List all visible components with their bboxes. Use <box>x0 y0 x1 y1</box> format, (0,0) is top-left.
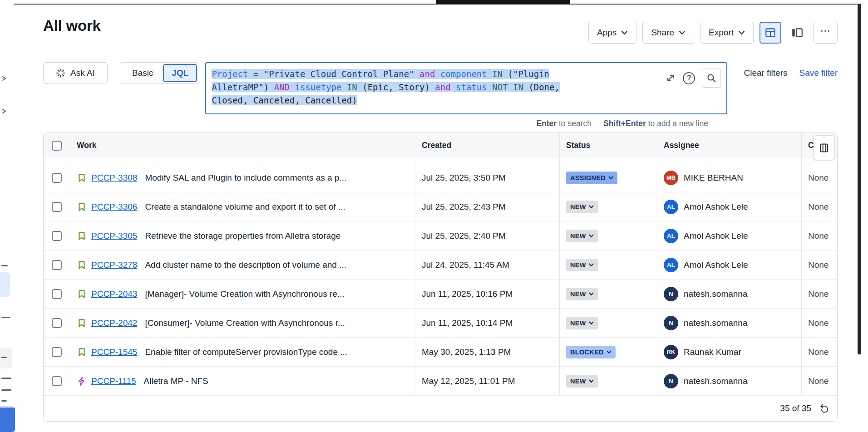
configure-columns-button[interactable] <box>814 135 834 160</box>
issue-summary[interactable]: [Manager]- Volume Creation with Asynchro… <box>145 289 344 299</box>
row-checkbox[interactable] <box>52 376 62 386</box>
syntax-help-icon[interactable]: ? <box>683 72 695 84</box>
status-badge[interactable]: ASSIGNED <box>566 172 617 184</box>
chevron-right-icon[interactable] <box>1 108 7 114</box>
issue-key-link[interactable]: PCCP-3278 <box>91 260 137 270</box>
status-badge[interactable]: NEW <box>566 317 598 329</box>
extra-cell-value: None <box>808 231 829 241</box>
row-checkbox[interactable] <box>52 318 62 328</box>
issue-summary[interactable]: Enable filter of computeServer provision… <box>145 347 347 357</box>
status-label: NEW <box>570 378 586 385</box>
view-detail-toggle[interactable] <box>787 22 807 44</box>
share-button[interactable]: Share <box>642 22 694 44</box>
sidebar-item-hovered[interactable] <box>0 348 12 368</box>
table-row: PCCP-3306 Create a standalone volume and… <box>44 192 837 221</box>
extra-cell-value: None <box>808 173 829 183</box>
issue-key-link[interactable]: PCCP-2043 <box>91 289 137 299</box>
row-checkbox[interactable] <box>52 173 62 183</box>
ask-ai-button[interactable]: Ask AI <box>43 62 108 84</box>
issue-summary[interactable]: Create a standalone volume and export it… <box>145 202 345 212</box>
row-checkbox[interactable] <box>52 202 62 212</box>
issue-key-link[interactable]: PCCP-3305 <box>91 231 137 241</box>
jql-editor[interactable]: Project = "Private Cloud Control Plane" … <box>205 62 727 114</box>
sidebar-item-selected[interactable] <box>0 272 10 297</box>
status-label: NEW <box>570 203 586 211</box>
status-label: ASSIGNED <box>570 174 606 182</box>
issue-summary[interactable]: Add cluster name to the description of v… <box>145 260 346 270</box>
status-label: NEW <box>570 290 586 298</box>
table-row: PCCP-2042 [Consumer]- Volume Creation wi… <box>44 309 837 338</box>
avatar[interactable]: RK <box>664 345 678 359</box>
avatar[interactable]: AL <box>664 229 678 243</box>
header-checkbox-cell <box>44 133 70 158</box>
extra-cell: None <box>801 192 837 221</box>
status-badge[interactable]: NEW <box>566 259 598 271</box>
share-button-label: Share <box>651 28 674 38</box>
status-badge[interactable]: BLOCKED <box>566 346 616 358</box>
assignee-cell: N natesh.somanna <box>657 280 801 308</box>
extra-cell-value: None <box>808 318 829 328</box>
issue-key-link[interactable]: PCCP-3308 <box>91 173 137 183</box>
status-badge[interactable]: NEW <box>566 230 598 242</box>
run-search-button[interactable] <box>702 69 721 88</box>
work-cell: PCCP-2043 [Manager]- Volume Creation wit… <box>70 280 415 308</box>
hint-enter-text: to search <box>557 119 592 128</box>
more-options-button[interactable]: ⋯ <box>813 22 838 44</box>
chevron-right-icon[interactable] <box>1 75 7 82</box>
issue-summary[interactable]: Retrieve the storage properties from All… <box>145 231 340 241</box>
created-cell: Jul 25, 2025, 3:50 PM <box>415 163 559 192</box>
row-checkbox-cell <box>44 280 70 308</box>
extra-cell: None <box>801 338 837 366</box>
issue-summary[interactable]: [Consumer]- Volume Creation with Asynchr… <box>145 318 345 328</box>
issue-summary[interactable]: Modify SAL and Plugin to include comment… <box>145 173 346 183</box>
assignee-cell: RK Raunak Kumar <box>657 338 801 366</box>
row-checkbox[interactable] <box>52 260 62 270</box>
expand-icon[interactable] <box>665 73 676 83</box>
search-icon <box>706 73 716 83</box>
columns-icon <box>819 142 829 153</box>
header-actions: Apps Share Export ⋯ <box>588 22 838 44</box>
side-panel-view-icon <box>791 27 804 39</box>
avatar[interactable]: N <box>664 287 678 301</box>
apps-button[interactable]: Apps <box>588 22 636 44</box>
row-checkbox[interactable] <box>52 289 62 299</box>
column-header-assignee[interactable]: Assignee <box>657 133 801 158</box>
help-glyph: ? <box>687 74 691 82</box>
row-checkbox[interactable] <box>52 231 62 241</box>
avatar[interactable]: MB <box>664 171 678 185</box>
issue-key-link[interactable]: PCCP-3306 <box>91 202 137 212</box>
chevron-down-icon <box>679 30 686 35</box>
select-all-checkbox[interactable] <box>52 141 62 151</box>
mode-basic-option[interactable]: Basic <box>122 68 163 78</box>
chevron-down-icon <box>589 321 594 325</box>
column-header-work[interactable]: Work <box>70 133 415 158</box>
issue-summary[interactable]: Alletra MP - NFS <box>144 376 208 386</box>
export-button-label: Export <box>709 28 734 38</box>
table-header-row: Work Created Status Assignee C <box>44 133 837 158</box>
avatar[interactable]: AL <box>664 200 678 214</box>
sidebar-divider <box>0 407 18 408</box>
avatar[interactable]: N <box>664 374 678 388</box>
clear-filters-button[interactable]: Clear filters <box>744 62 787 84</box>
column-header-created[interactable]: Created <box>415 133 559 158</box>
extra-cell: None <box>801 163 837 192</box>
mode-jql-option[interactable]: JQL <box>163 64 197 82</box>
status-badge[interactable]: NEW <box>566 288 598 300</box>
work-cell: PCCP-3305 Retrieve the storage propertie… <box>70 221 415 250</box>
chevron-down-icon <box>607 350 612 354</box>
issues-table: Work Created Status Assignee C PCCP-3308… <box>43 133 838 422</box>
view-grid-toggle[interactable] <box>760 22 781 44</box>
column-header-status[interactable]: Status <box>559 133 657 158</box>
avatar[interactable]: N <box>664 316 678 330</box>
export-button[interactable]: Export <box>700 22 754 44</box>
refresh-button[interactable] <box>819 403 829 414</box>
row-checkbox[interactable] <box>52 347 62 357</box>
save-filter-button[interactable]: Save filter <box>799 62 838 84</box>
status-badge[interactable]: NEW <box>566 201 598 213</box>
jql-editor-content: Project = "Private Cloud Control Plane" … <box>212 68 721 107</box>
avatar[interactable]: AL <box>664 258 678 272</box>
issue-key-link[interactable]: PCCP-2042 <box>91 318 137 328</box>
issue-key-link[interactable]: PCCP-1545 <box>91 347 137 357</box>
status-badge[interactable]: NEW <box>566 375 598 388</box>
issue-key-link[interactable]: PCCP-1115 <box>91 376 136 386</box>
